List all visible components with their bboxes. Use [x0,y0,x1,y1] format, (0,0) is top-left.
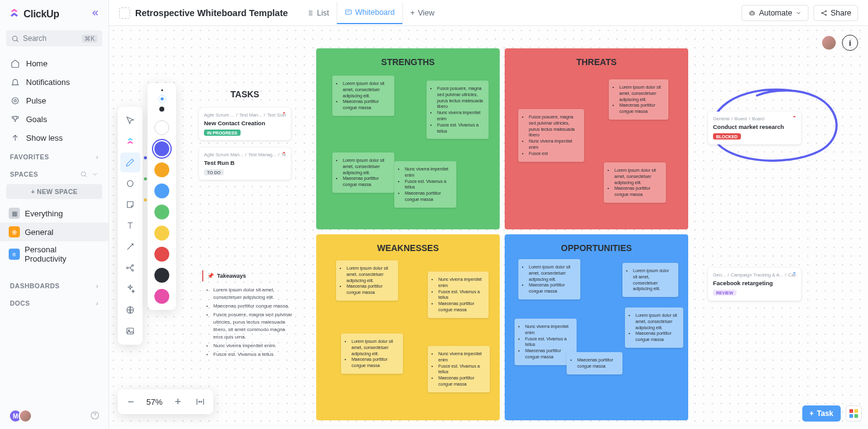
task-status: IN PROGRESS [204,130,241,136]
tool-pen[interactable] [120,153,140,172]
space-everything[interactable]: ▦Everything [0,204,108,223]
sticky-note[interactable]: Lorem ipsum dolor sit amet, consectetuer… [609,79,668,120]
info-button[interactable]: i [842,35,858,51]
stroke-thin[interactable] [161,89,163,91]
new-space-button[interactable]: + NEW SPACE [6,184,102,199]
task-name: Test Run B [204,159,286,166]
zoom-in-button[interactable]: + [171,395,185,409]
sticky-note[interactable]: Lorem ipsum dolor sit amet, consectetuer… [518,259,580,299]
swatch-green[interactable] [154,205,169,219]
svg-point-2 [12,97,18,104]
chevron-right-icon: › [96,299,99,307]
sidebar-item-home[interactable]: Home [0,54,108,73]
swatch-black[interactable] [154,268,169,283]
spaces-header[interactable]: SPACES [0,164,108,182]
task-card[interactable]: Agile Scrum .../Test Man.../Test Scenari… [199,108,291,140]
stroke-thick[interactable] [159,107,164,112]
new-task-button[interactable]: + Task [802,405,841,422]
dashboards-header[interactable]: DASHBOARDS› [0,276,108,293]
share-button[interactable]: Share [813,5,858,21]
swatch-indigo[interactable] [154,141,169,156]
presence-avatars[interactable]: M [9,409,32,423]
sticky-note[interactable]: Fusce posuere, magna sed pulvinar ultric… [427,81,489,139]
tool-ai[interactable] [120,279,140,299]
help-icon[interactable] [90,410,100,422]
sidebar-item-pulse[interactable]: Pulse [0,91,108,110]
docs-header[interactable]: DOCS› [0,293,108,311]
tab-list[interactable]: List [299,2,336,24]
svg-point-12 [127,180,133,186]
stroke-medium[interactable] [161,97,164,100]
quadrant-weaknesses[interactable]: WEAKNESSES Lorem ipsum dolor sit amet, c… [316,234,500,420]
space-personal-productivity[interactable]: ≡Personal Productivity [0,241,108,267]
sticky-note[interactable]: Lorem ipsum dolor sit amet, consectetuer… [625,307,683,348]
tool-web[interactable] [120,300,140,320]
swatch-orange[interactable] [154,162,169,177]
tool-text[interactable] [120,216,140,236]
tasks-title: TASKS [199,89,291,99]
takeaways-block[interactable]: 📌Takeaways Lorem ipsum dolor sit amet, c… [202,270,295,360]
quadrant-strengths[interactable]: STRENGTHS Lorem ipsum dolor sit amet, co… [316,48,500,229]
whiteboard-canvas[interactable]: i − 57% + [109,26,868,429]
swatch-red[interactable] [154,247,169,262]
sticky-note[interactable]: Lorem ipsum dolor sit amet, consectetuer… [332,153,394,193]
search-icon[interactable] [80,170,87,178]
swatch-yellow[interactable] [154,226,169,241]
task-card[interactable]: Agile Scrum Man.../Test Manag.../Test ..… [199,148,291,180]
task-breadcrumb: Agile Scrum Man.../Test Manag.../Test ..… [204,152,286,157]
swatch-blue[interactable] [154,184,169,198]
swatch-pink[interactable] [154,289,169,304]
sidebar-item-notifications[interactable]: Notifications [0,73,108,91]
svg-rect-17 [127,328,134,334]
tab-add-view[interactable]: +View [402,2,442,24]
search-icon [11,35,19,43]
quadrant-opportunities[interactable]: OPPORTUNITIES Lorem ipsum dolor sit amet… [505,234,688,420]
sticky-note[interactable]: Nunc viverra imperdiet enimFusce est. Vi… [394,161,456,208]
fit-width-button[interactable] [193,395,207,409]
svg-point-14 [132,265,134,267]
search-input[interactable]: Search ⌘K [6,30,102,46]
swatch-white[interactable] [154,120,169,135]
tab-whiteboard[interactable]: Whiteboard [337,2,402,24]
sidebar-item-goals[interactable]: Goals [0,110,108,128]
svg-point-8 [753,13,753,14]
takeaways-list: Lorem ipsum dolor sit amet, consectetuer… [202,281,295,358]
sticky-note[interactable]: Lorem ipsum dolor sit amet, consectetuer… [336,260,398,301]
automate-button[interactable]: Automate [742,5,808,21]
sticky-note[interactable]: Nunc viverra imperdiet enimFusce est. Vi… [428,346,490,392]
priority-flag-icon [792,115,797,120]
tool-select[interactable] [120,110,140,130]
zoom-out-button[interactable]: − [124,395,138,409]
tool-shape[interactable] [120,174,140,193]
grid-icon: ▦ [9,208,20,219]
template-icon [119,7,130,19]
quadrant-threats[interactable]: THREATS Lorem ipsum dolor sit amet, cons… [505,48,688,229]
sticky-note[interactable]: Lorem ipsum dolor sit amet, consectetuer… [622,263,678,297]
tool-clickup[interactable] [120,131,140,151]
task-card-facebook-retargeting[interactable]: Gen.../Campaign Tracking & A.../Campai..… [708,268,801,301]
space-general[interactable]: ⊕General [0,223,108,241]
tool-connector[interactable] [120,237,140,257]
tool-mindmap[interactable] [120,258,140,278]
tool-sticky[interactable] [120,195,140,214]
presence-avatar[interactable] [821,35,837,51]
color-picker-panel [148,83,176,310]
page-title: Retrospective Whiteboard Template [119,7,288,19]
favorites-header[interactable]: FAVORITES› [0,147,108,164]
sticky-note[interactable]: Maecenas porttitor congue massa [567,352,622,374]
collapse-sidebar-button[interactable] [91,9,100,19]
sticky-note[interactable]: Lorem ipsum dolor sit amet, consectetuer… [341,334,403,374]
sidebar: ClickUp Search ⌘K Home Notifications Pul… [0,0,109,429]
apps-button[interactable] [846,405,862,422]
chevron-down-icon[interactable] [91,170,99,178]
task-card-market-research[interactable]: General/Board/Board Conduct market resea… [708,112,801,144]
sticky-note[interactable]: Fusce posuere, magna sed pulvinar ultric… [518,109,584,162]
sticky-note[interactable]: Lorem ipsum dolor sit amet, consectetuer… [604,162,666,203]
sticky-note[interactable]: Lorem ipsum dolor sit amet, consectetuer… [332,76,394,116]
tool-image[interactable] [120,321,140,341]
takeaways-title: Takeaways [217,273,246,279]
sidebar-footer: M [0,403,108,429]
whiteboard-icon [345,9,352,16]
sidebar-item-showless[interactable]: Show less [0,128,108,147]
sticky-note[interactable]: Nunc viverra imperdiet enimFusce est. Vi… [428,272,489,318]
